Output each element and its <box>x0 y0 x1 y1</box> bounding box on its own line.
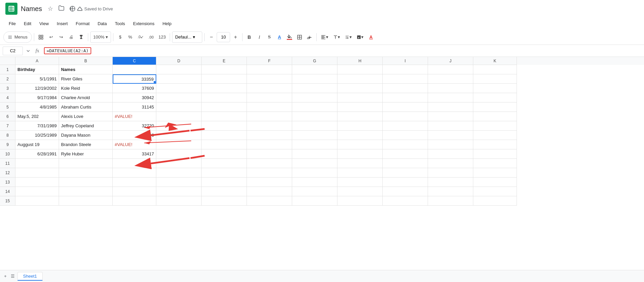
cell-i2[interactable] <box>383 74 428 84</box>
cell-h10[interactable] <box>337 149 383 159</box>
cell-h3[interactable] <box>337 84 383 93</box>
cell-h4[interactable] <box>337 93 383 102</box>
merge-button[interactable] <box>305 31 314 43</box>
cell-h7[interactable] <box>337 121 383 131</box>
cell-j4[interactable] <box>428 93 473 102</box>
cell-e13[interactable] <box>202 178 247 187</box>
cell-j9[interactable] <box>428 140 473 149</box>
col-header-c[interactable]: C <box>113 57 156 65</box>
sheet-list-button[interactable]: ☰ <box>9 272 16 280</box>
cell-k9[interactable] <box>473 140 517 149</box>
cell-d4[interactable] <box>156 93 202 102</box>
cell-d14[interactable] <box>156 187 202 196</box>
cell-c3[interactable]: 37609 <box>113 84 156 93</box>
cell-d12[interactable] <box>156 168 202 178</box>
col-header-e[interactable]: E <box>202 57 247 65</box>
cell-j2[interactable] <box>428 74 473 84</box>
cell-j10[interactable] <box>428 149 473 159</box>
cell-g10[interactable] <box>292 149 337 159</box>
cell-a8[interactable]: 10/25/1989 <box>15 131 59 140</box>
cell-e15[interactable] <box>202 196 247 206</box>
cell-b7[interactable]: Jeffrey Copeland <box>59 121 113 131</box>
cell-d5[interactable] <box>156 102 202 112</box>
cell-f8[interactable] <box>247 131 292 140</box>
cell-c14[interactable] <box>113 187 156 196</box>
cell-b8[interactable]: Dayana Mason <box>59 131 113 140</box>
cell-c15[interactable] <box>113 196 156 206</box>
cell-k6[interactable] <box>473 112 517 121</box>
row-num-6[interactable]: 6 <box>0 112 15 121</box>
cell-h12[interactable] <box>337 168 383 178</box>
cell-g12[interactable] <box>292 168 337 178</box>
cell-h2[interactable] <box>337 74 383 84</box>
cell-g1[interactable] <box>292 65 337 74</box>
cell-g5[interactable] <box>292 102 337 112</box>
cell-d1[interactable] <box>156 65 202 74</box>
menu-view[interactable]: View <box>36 20 52 27</box>
cell-f10[interactable] <box>247 149 292 159</box>
sheet-tab-1[interactable]: Sheet1 <box>17 272 43 281</box>
cell-h1[interactable] <box>337 65 383 74</box>
row-num-9[interactable]: 9 <box>0 140 15 149</box>
cell-k4[interactable] <box>473 93 517 102</box>
row-num-10[interactable]: 10 <box>0 149 15 159</box>
col-header-j[interactable]: J <box>428 57 473 65</box>
col-header-a[interactable]: A <box>15 57 59 65</box>
cell-e4[interactable] <box>202 93 247 102</box>
row-num-5[interactable]: 5 <box>0 102 15 112</box>
cell-a7[interactable]: 7/31/1989 <box>15 121 59 131</box>
cell-j6[interactable] <box>428 112 473 121</box>
redo-button[interactable]: ↪ <box>56 31 66 43</box>
cell-d7[interactable] <box>156 121 202 131</box>
cell-i13[interactable] <box>383 178 428 187</box>
print-button[interactable]: 🖨 <box>66 31 76 43</box>
font-size-decrease-button[interactable]: − <box>207 31 216 43</box>
currency-button[interactable]: $ <box>115 31 125 43</box>
zoom-button[interactable]: 100% ▾ <box>90 31 111 43</box>
cell-e10[interactable] <box>202 149 247 159</box>
cell-c6[interactable]: #VALUE! <box>113 112 156 121</box>
cell-f11[interactable] <box>247 159 292 168</box>
cell-f12[interactable] <box>247 168 292 178</box>
borders-button[interactable] <box>295 31 304 43</box>
cell-b13[interactable] <box>59 178 113 187</box>
cell-f2[interactable] <box>247 74 292 84</box>
menu-data[interactable]: Data <box>94 20 110 27</box>
cell-i5[interactable] <box>383 102 428 112</box>
cell-e7[interactable] <box>202 121 247 131</box>
cell-g3[interactable] <box>292 84 337 93</box>
cell-j8[interactable] <box>428 131 473 140</box>
star-icon[interactable]: ☆ <box>48 5 53 12</box>
cell-k2[interactable] <box>473 74 517 84</box>
menu-tools[interactable]: Tools <box>111 20 128 27</box>
menus-button[interactable]: Menus <box>3 31 32 43</box>
cell-c4[interactable]: 30942 <box>113 93 156 102</box>
cell-h15[interactable] <box>337 196 383 206</box>
align-button[interactable]: ▾ <box>319 31 330 43</box>
cell-e14[interactable] <box>202 187 247 196</box>
row-num-4[interactable]: 4 <box>0 93 15 102</box>
cell-g4[interactable] <box>292 93 337 102</box>
wrap-button[interactable]: ▾ <box>343 31 354 43</box>
cell-a10[interactable]: 6/28/1991 <box>15 149 59 159</box>
cell-b1[interactable]: Names <box>59 65 113 74</box>
cell-f5[interactable] <box>247 102 292 112</box>
cell-c5[interactable]: 31145 <box>113 102 156 112</box>
cell-f13[interactable] <box>247 178 292 187</box>
cell-h14[interactable] <box>337 187 383 196</box>
cell-b5[interactable]: Abraham Curtis <box>59 102 113 112</box>
col-header-f[interactable]: F <box>247 57 292 65</box>
row-num-1[interactable]: 1 <box>0 65 15 74</box>
menu-extensions[interactable]: Extensions <box>130 20 158 27</box>
cell-a13[interactable] <box>15 178 59 187</box>
cell-b10[interactable]: Rylie Huber <box>59 149 113 159</box>
cell-f4[interactable] <box>247 93 292 102</box>
cell-a11[interactable] <box>15 159 59 168</box>
strikethrough-button[interactable]: S <box>265 31 274 43</box>
undo-button[interactable]: ↩ <box>46 31 56 43</box>
cell-i1[interactable] <box>383 65 428 74</box>
cell-k1[interactable] <box>473 65 517 74</box>
cell-j15[interactable] <box>428 196 473 206</box>
cell-h6[interactable] <box>337 112 383 121</box>
col-header-d[interactable]: D <box>156 57 202 65</box>
